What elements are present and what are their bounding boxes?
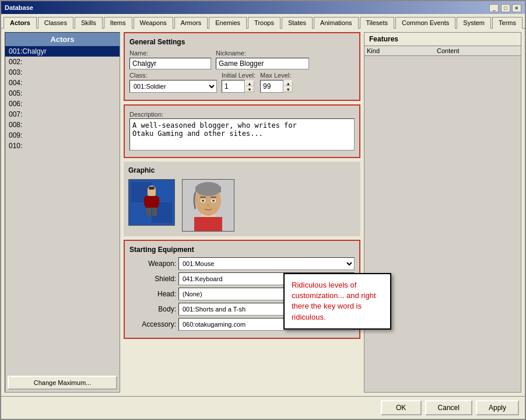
tab-system[interactable]: System	[457, 17, 491, 29]
actor-item-002[interactable]: 002:	[5, 57, 120, 67]
svg-rect-10	[149, 187, 155, 190]
window-controls: _ □ ✕	[489, 4, 521, 12]
initial-level-label: Initial Level:	[222, 72, 255, 79]
left-panel: Actors 001:Chalgyr 002: 003: 004: 005: 0…	[5, 32, 120, 393]
graphic-section: Graphic	[124, 162, 360, 236]
weapon-row: Weapon: 001:Mouse	[129, 257, 355, 270]
svg-rect-6	[156, 197, 159, 205]
svg-point-19	[202, 200, 205, 202]
portrait-thumbnail[interactable]	[182, 179, 234, 232]
actor-item-010[interactable]: 010:	[5, 141, 120, 151]
svg-rect-16	[195, 187, 221, 192]
body-label: Body:	[129, 305, 176, 313]
tab-tilesets[interactable]: Tilesets	[360, 17, 395, 29]
sprite-svg	[131, 182, 172, 223]
tooltip-box: Ridiculous levels of customization... an…	[283, 273, 391, 330]
svg-rect-5	[144, 197, 148, 205]
actor-list: 001:Chalgyr 002: 003: 004: 005: 006: 007…	[5, 46, 120, 373]
ok-button[interactable]: OK	[381, 400, 422, 415]
center-col: General Settings Name: Nickname:	[124, 32, 360, 393]
tab-skills[interactable]: Skills	[75, 17, 103, 29]
tab-animations[interactable]: Animations	[314, 17, 358, 29]
description-label: Description:	[129, 111, 163, 118]
actor-item-006[interactable]: 006:	[5, 99, 120, 109]
max-level-label: Max Level:	[260, 72, 293, 79]
features-table-header: Kind Content	[364, 46, 521, 56]
features-col-kind: Kind	[367, 47, 437, 54]
change-maximum-button[interactable]: Change Maximum...	[8, 376, 117, 390]
name-label: Name:	[129, 50, 211, 57]
tab-terms[interactable]: Terms	[492, 17, 523, 29]
name-input[interactable]	[129, 58, 211, 69]
tab-common-events[interactable]: Common Events	[395, 17, 455, 29]
nickname-input[interactable]	[216, 58, 309, 69]
starting-equipment-title: Starting Equipment	[129, 246, 355, 254]
actor-item-004[interactable]: 004:	[5, 78, 120, 88]
maximize-button[interactable]: □	[501, 4, 510, 12]
class-select[interactable]: 001:Soldier	[129, 80, 217, 93]
initial-level-input[interactable]	[222, 80, 245, 93]
tab-items[interactable]: Items	[104, 17, 132, 29]
svg-point-23	[207, 205, 209, 206]
actor-item-005[interactable]: 005:	[5, 88, 120, 99]
nickname-label: Nickname:	[216, 50, 309, 57]
apply-button[interactable]: Apply	[476, 400, 519, 415]
actor-item-008[interactable]: 008:	[5, 120, 120, 130]
main-content: Actors 001:Chalgyr 002: 003: 004: 005: 0…	[1, 29, 525, 396]
actor-item-003[interactable]: 003:	[5, 67, 120, 78]
main-window: Database _ □ ✕ Actors Classes Skills Ite…	[0, 0, 526, 420]
nickname-group: Nickname:	[216, 50, 309, 69]
max-level-down[interactable]: ▼	[283, 86, 293, 92]
actor-item-009[interactable]: 009:	[5, 130, 120, 141]
head-label: Head:	[129, 290, 176, 298]
max-level-input[interactable]	[260, 80, 283, 93]
features-col-content: Content	[437, 47, 518, 54]
tab-troops[interactable]: Troops	[248, 17, 280, 29]
minimize-button[interactable]: _	[489, 4, 499, 12]
max-level-up[interactable]: ▲	[283, 80, 293, 86]
weapon-label: Weapon:	[129, 260, 176, 268]
tab-enemies[interactable]: Enemies	[209, 17, 247, 29]
svg-rect-13	[194, 217, 222, 231]
max-level-spinbox-btns: ▲ ▼	[283, 80, 293, 92]
general-settings-title: General Settings	[129, 38, 355, 46]
svg-rect-8	[152, 208, 157, 216]
title-bar: Database _ □ ✕	[1, 1, 525, 14]
features-panel: Features Kind Content	[364, 32, 521, 393]
features-title: Features	[364, 33, 521, 46]
tab-actors[interactable]: Actors	[3, 17, 37, 29]
portrait-svg	[183, 180, 234, 231]
description-box: Description: A well-seasoned blogger, wh…	[124, 104, 360, 158]
tab-classes[interactable]: Classes	[38, 17, 73, 29]
svg-point-20	[212, 200, 215, 202]
description-textarea[interactable]: A well-seasoned blogger, who writes for …	[129, 118, 355, 150]
bottom-bar: OK Cancel Apply	[1, 396, 525, 419]
actor-item-001[interactable]: 001:Chalgyr	[5, 46, 120, 57]
shield-label: Shield:	[129, 275, 176, 283]
initial-level-spinbox: ▲ ▼	[222, 80, 255, 93]
max-level-spinbox: ▲ ▼	[260, 80, 293, 93]
class-level-row: Class: 001:Soldier Initial Level:	[129, 72, 355, 93]
window-title: Database	[5, 4, 33, 11]
right-columns: General Settings Name: Nickname:	[124, 32, 521, 393]
actor-list-header: Actors	[5, 33, 120, 46]
svg-rect-22	[211, 197, 216, 198]
features-rows	[364, 56, 521, 392]
cancel-button[interactable]: Cancel	[425, 400, 472, 415]
initial-level-up[interactable]: ▲	[245, 80, 254, 86]
graphic-images	[128, 179, 356, 232]
general-settings-box: General Settings Name: Nickname:	[124, 32, 360, 101]
tab-states[interactable]: States	[282, 17, 313, 29]
svg-rect-21	[200, 197, 206, 198]
weapon-select[interactable]: 001:Mouse	[178, 257, 355, 270]
close-button[interactable]: ✕	[512, 4, 521, 12]
tooltip-text: Ridiculous levels of customization... an…	[292, 281, 376, 321]
class-label: Class:	[129, 72, 217, 79]
sprite-thumbnail[interactable]	[128, 179, 175, 226]
graphic-title: Graphic	[128, 166, 356, 174]
tab-armors[interactable]: Armors	[174, 17, 208, 29]
tab-weapons[interactable]: Weapons	[134, 17, 173, 29]
initial-level-spinbox-btns: ▲ ▼	[245, 80, 254, 92]
initial-level-down[interactable]: ▼	[245, 86, 254, 92]
actor-item-007[interactable]: 007:	[5, 109, 120, 120]
